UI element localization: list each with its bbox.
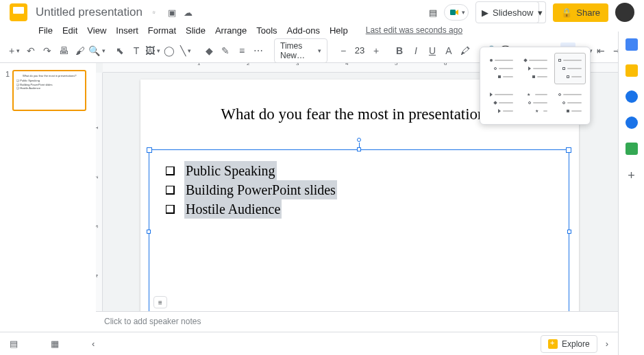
speaker-notes-handle[interactable]: ≡ xyxy=(153,296,167,308)
contacts-icon[interactable] xyxy=(626,117,638,129)
collapse-filmstrip-button[interactable]: ‹ xyxy=(92,339,106,350)
slideshow-label: Slideshow xyxy=(493,8,533,18)
lock-icon: 🔒 xyxy=(561,8,572,18)
last-edit-link[interactable]: Last edit was seconds ago xyxy=(362,23,467,37)
border-dash-button[interactable]: ⋯ xyxy=(251,42,266,59)
vertical-ruler: 1 2 3 4 xyxy=(96,73,103,332)
zoom-button[interactable]: 🔍▾ xyxy=(89,42,104,59)
bullet-list[interactable]: Public Speaking Building PowerPoint slid… xyxy=(149,150,569,230)
keep-icon[interactable] xyxy=(626,64,638,77)
move-icon[interactable]: ▣ xyxy=(168,8,178,18)
body-textbox[interactable]: Public Speaking Building PowerPoint slid… xyxy=(149,149,569,314)
filmstrip-view-button[interactable]: ▤ xyxy=(10,339,23,350)
thumb-title: What do you fear the most in presentatio… xyxy=(16,74,82,77)
user-avatar[interactable] xyxy=(615,3,634,22)
menu-insert[interactable]: Insert xyxy=(112,23,143,38)
svg-rect-0 xyxy=(450,10,456,15)
menu-tools[interactable]: Tools xyxy=(252,23,281,38)
checkbox-bullet-icon xyxy=(166,205,175,214)
shape-tool[interactable]: ◯ xyxy=(162,42,177,59)
list-item[interactable]: Building PowerPoint slides xyxy=(166,180,552,199)
cloud-icon[interactable]: ☁ xyxy=(184,8,194,18)
highlight-button[interactable]: 🖍 xyxy=(458,42,473,59)
tasks-icon[interactable] xyxy=(626,90,638,103)
menu-edit[interactable]: Edit xyxy=(58,23,82,38)
slideshow-dropdown[interactable]: ▾ xyxy=(535,1,546,23)
menu-file[interactable]: File xyxy=(34,23,57,38)
redo-button[interactable]: ↷ xyxy=(40,42,55,59)
bullet-option-star[interactable]: ★ ★ xyxy=(520,87,552,119)
border-weight-button[interactable]: ≡ xyxy=(234,42,249,59)
maps-icon[interactable] xyxy=(626,143,638,155)
indent-decrease-button[interactable]: ⇤ xyxy=(593,42,608,59)
slide-thumbnail[interactable]: What do you fear the most in presentatio… xyxy=(12,70,86,111)
checkbox-bullet-icon xyxy=(166,167,175,175)
comment-history-icon[interactable]: ▤ xyxy=(429,8,437,18)
grid-view-button[interactable]: ▦ xyxy=(51,339,64,350)
app-header: Untitled presentation ☆ ▣ ☁ ▤ ▾ ▶ Slides… xyxy=(0,0,644,22)
checkbox-bullet-icon xyxy=(166,186,175,195)
explore-button[interactable]: Explore xyxy=(541,335,597,353)
menu-view[interactable]: View xyxy=(83,23,110,38)
italic-button[interactable]: I xyxy=(408,42,423,59)
thumb-number: 1 xyxy=(5,70,10,111)
bullet-option-arrow[interactable] xyxy=(486,87,517,119)
font-increase-button[interactable]: + xyxy=(369,42,384,59)
doc-title[interactable]: Untitled presentation xyxy=(36,5,143,19)
menu-slide[interactable]: Slide xyxy=(182,23,210,38)
undo-button[interactable]: ↶ xyxy=(23,42,38,59)
font-size-input[interactable]: 23 xyxy=(352,45,367,56)
add-addon-button[interactable]: + xyxy=(628,169,635,183)
bullet-option-diamond[interactable] xyxy=(520,53,552,84)
bullet-option-disc[interactable] xyxy=(486,53,517,84)
bold-button[interactable]: B xyxy=(392,42,407,59)
image-tool[interactable]: 🖼▾ xyxy=(145,42,160,59)
bullet-style-menu: ★ ★ xyxy=(480,47,591,125)
footer: ▤ ▦ ‹ Explore › xyxy=(0,332,618,355)
list-item[interactable]: Hostile Audience xyxy=(166,199,552,219)
font-decrease-button[interactable]: − xyxy=(336,42,351,59)
border-color-button[interactable]: ✎ xyxy=(218,42,233,59)
side-panel: + xyxy=(618,32,644,355)
menu-help[interactable]: Help xyxy=(325,23,352,38)
menu-addons[interactable]: Add-ons xyxy=(283,23,324,38)
font-family-select[interactable]: Times New…▾ xyxy=(274,38,327,63)
meet-button[interactable]: ▾ xyxy=(444,4,469,21)
select-tool[interactable]: ⬉ xyxy=(112,42,127,59)
menu-format[interactable]: Format xyxy=(144,23,180,38)
share-label: Share xyxy=(576,8,600,18)
underline-button[interactable]: U xyxy=(425,42,440,59)
list-item[interactable]: Public Speaking xyxy=(166,161,552,180)
slideshow-button[interactable]: ▶ Slideshow xyxy=(475,1,539,23)
explore-icon xyxy=(548,339,558,349)
present-icon: ▶ xyxy=(482,8,488,18)
fill-color-button[interactable]: ◆ xyxy=(201,42,216,59)
textbox-tool[interactable]: T xyxy=(129,42,144,59)
meet-icon xyxy=(449,7,460,18)
line-tool[interactable]: ╲▾ xyxy=(178,42,193,59)
print-button[interactable]: 🖶 xyxy=(56,42,71,59)
sidepanel-toggle[interactable]: › xyxy=(606,339,608,349)
bullet-option-circle[interactable] xyxy=(554,87,586,119)
calendar-icon[interactable] xyxy=(626,38,638,51)
rotate-handle[interactable] xyxy=(357,138,361,142)
paint-format-button[interactable]: 🖌 xyxy=(73,42,88,59)
bullet-option-checkbox[interactable] xyxy=(554,53,586,84)
speaker-notes[interactable]: Click to add speaker notes xyxy=(96,311,618,332)
menu-arrange[interactable]: Arrange xyxy=(211,23,251,38)
star-icon[interactable]: ☆ xyxy=(152,8,162,18)
share-button[interactable]: 🔒 Share xyxy=(553,3,608,22)
menu-bar: File Edit View Insert Format Slide Arran… xyxy=(0,22,644,38)
thumbnail-panel: 1 What do you fear the most in presentat… xyxy=(0,63,96,332)
slides-logo xyxy=(10,3,27,21)
new-slide-button[interactable]: +▾ xyxy=(7,42,22,59)
text-color-button[interactable]: A xyxy=(441,42,456,59)
